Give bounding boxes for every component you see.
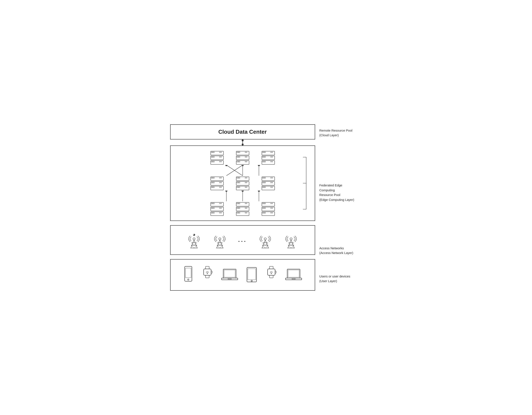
svg-point-111	[219, 208, 220, 209]
label-spacer-2	[319, 233, 362, 238]
user-layer-text: (User Layer)	[319, 279, 337, 283]
server-icon-1-3	[261, 150, 276, 165]
svg-rect-59	[213, 182, 214, 183]
svg-point-131	[245, 212, 246, 213]
svg-point-121	[245, 203, 246, 204]
svg-rect-144	[263, 212, 264, 213]
svg-point-44	[272, 161, 273, 162]
svg-rect-32	[264, 152, 266, 153]
svg-rect-1	[211, 152, 213, 153]
svg-point-56	[221, 177, 221, 178]
svg-point-70	[245, 177, 246, 178]
svg-rect-17	[239, 152, 240, 153]
server-1-1	[209, 150, 225, 165]
dots-separator: ···	[238, 238, 247, 249]
svg-point-141	[271, 208, 271, 209]
svg-rect-119	[237, 203, 238, 204]
tablet-icon	[246, 267, 257, 283]
svg-rect-58	[211, 182, 213, 183]
svg-rect-84	[264, 177, 266, 178]
svg-rect-78	[237, 187, 238, 188]
tower-icon-1: ◕	[187, 232, 201, 249]
svg-point-85	[271, 177, 271, 178]
svg-rect-68	[237, 177, 238, 178]
svg-point-195	[188, 279, 189, 280]
server-icon-2-1	[209, 176, 225, 191]
server-1-2	[235, 150, 250, 165]
svg-rect-214	[288, 270, 299, 277]
server-icon-2-3	[261, 176, 276, 191]
svg-rect-105	[213, 203, 214, 204]
svg-point-116	[219, 212, 220, 213]
edge-computing-layer-text: (Edge Computing Layer)	[319, 198, 354, 202]
svg-rect-196	[206, 266, 209, 269]
svg-rect-16	[237, 152, 238, 153]
layers-area: Cloud Data Center	[170, 124, 315, 291]
svg-line-170	[217, 245, 220, 248]
svg-rect-212	[275, 271, 276, 273]
svg-point-198	[207, 273, 208, 274]
svg-line-191	[291, 245, 294, 248]
resource-pool-text: Resource Pool	[319, 193, 340, 197]
svg-point-137	[272, 203, 273, 204]
svg-rect-114	[211, 212, 213, 213]
tower-icon-4	[284, 232, 298, 249]
svg-point-13	[219, 161, 220, 162]
svg-rect-140	[264, 208, 266, 209]
svg-rect-104	[211, 203, 213, 204]
svg-point-126	[245, 208, 246, 209]
svg-point-66	[221, 187, 221, 188]
label-spacer-3	[319, 263, 362, 268]
federated-edge-text: Federated Edge	[319, 183, 342, 187]
device-laptop	[221, 268, 238, 284]
svg-rect-54	[213, 177, 214, 178]
users-devices-text: Users or user devices	[319, 274, 350, 278]
svg-point-33	[271, 152, 271, 153]
svg-rect-206	[248, 269, 256, 280]
svg-line-188	[288, 243, 291, 245]
smartphone-icon	[183, 266, 194, 283]
tower-icon-3	[258, 232, 273, 249]
access-networks-label: Access Networks (Access Network Layer)	[319, 238, 362, 263]
svg-rect-204	[228, 279, 231, 279]
tower-1: ◕	[187, 232, 201, 249]
svg-point-163	[219, 238, 221, 240]
tower-3	[258, 232, 273, 249]
svg-line-189	[291, 243, 294, 245]
label-spacer-1	[319, 139, 362, 152]
svg-line-168	[217, 243, 220, 245]
connector-dot-bottom	[242, 144, 244, 145]
svg-line-169	[220, 243, 223, 245]
svg-point-101	[242, 191, 244, 192]
svg-point-127	[246, 208, 247, 209]
cloud-layer-text: (Cloud Layer)	[319, 133, 339, 137]
cloud-to-edge-connector	[170, 139, 315, 145]
device-smartwatch-2	[266, 266, 277, 284]
svg-rect-7	[213, 156, 214, 157]
diagram-main: Cloud Data Center	[170, 124, 362, 291]
server-icon-3-3	[261, 201, 276, 216]
svg-rect-94	[264, 187, 266, 188]
svg-point-14	[221, 161, 221, 162]
svg-point-3	[219, 152, 220, 153]
svg-point-28	[245, 161, 246, 162]
svg-point-39	[272, 156, 273, 157]
row2-to-row3-spacer	[175, 191, 311, 201]
svg-rect-145	[264, 212, 266, 213]
server-icon-3-2	[235, 201, 250, 216]
user-device-layer	[170, 259, 315, 291]
svg-point-146	[271, 212, 271, 213]
svg-rect-21	[237, 156, 238, 157]
svg-rect-37	[264, 156, 266, 157]
laptop-icon	[221, 268, 238, 283]
cloud-layer: Cloud Data Center	[170, 124, 315, 139]
svg-point-50	[242, 165, 244, 166]
diagram-container: Cloud Data Center	[170, 124, 362, 291]
smartwatch-icon-2	[266, 266, 277, 283]
svg-rect-139	[263, 208, 264, 209]
svg-point-153	[193, 238, 195, 240]
svg-point-81	[246, 187, 247, 188]
svg-rect-11	[211, 161, 213, 162]
server-2-3	[261, 176, 276, 191]
svg-point-34	[272, 152, 273, 153]
